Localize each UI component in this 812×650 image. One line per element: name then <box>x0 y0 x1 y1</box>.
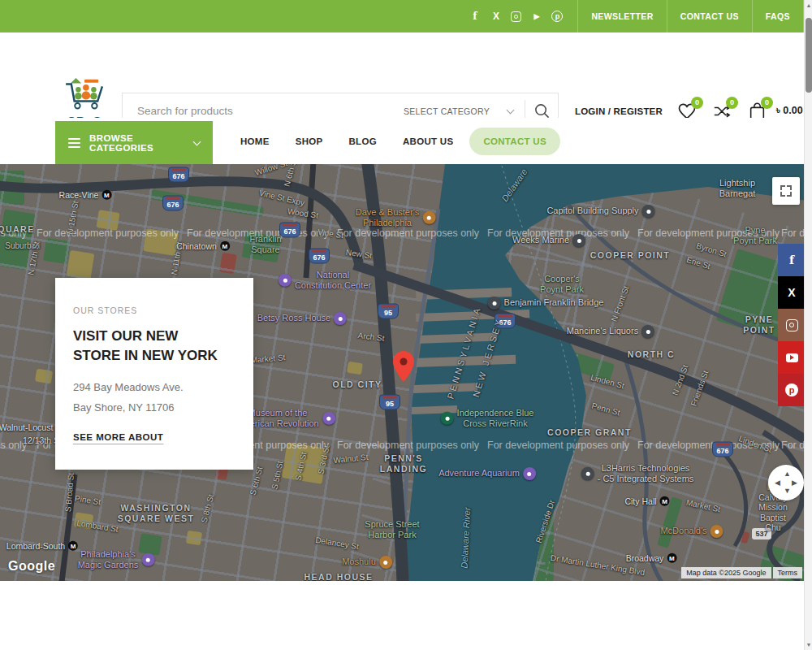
poi-icon[interactable] <box>422 211 435 224</box>
page: NEWSLETTERCONTACT USFAQS CBeC Community … <box>0 0 812 650</box>
menu-item-about-us[interactable]: ABOUT US <box>393 128 463 154</box>
poi-icon[interactable] <box>710 525 723 538</box>
topbar-links: NEWSLETTERCONTACT USFAQS <box>577 0 804 32</box>
poi-icon[interactable] <box>523 467 536 480</box>
poi-icon[interactable] <box>141 553 154 566</box>
chevron-down-icon <box>193 137 201 145</box>
browse-categories-button[interactable]: BROWSE CATEGORIES <box>55 121 213 164</box>
logo-cart-icon <box>63 77 106 110</box>
map-data-text: Map data ©2025 Google <box>681 567 771 578</box>
facebook-sidebar-button[interactable] <box>778 244 804 276</box>
scroll-up-arrow[interactable]: ▲ <box>805 2 812 8</box>
scrollbar-thumb[interactable] <box>806 18 812 93</box>
chevron-down-icon <box>507 106 515 114</box>
youtube-icon[interactable] <box>530 11 542 23</box>
scroll-down-arrow[interactable]: ▼ <box>805 642 812 648</box>
terms-link[interactable]: Terms <box>773 567 803 578</box>
page-scrollbar[interactable]: ▲ ▼ <box>804 0 812 650</box>
poi-icon[interactable] <box>379 556 392 569</box>
category-select[interactable]: SELECT CATEGORY <box>392 106 525 116</box>
instagram-sidebar-button[interactable] <box>778 309 804 341</box>
topbar-social <box>469 11 563 23</box>
cart-count-badge: 0 <box>761 97 773 109</box>
instagram-icon <box>786 319 798 332</box>
youtube-icon <box>785 351 798 364</box>
store-card-address: 294 Bay Meadows Ave. Bay Shore, NY 11706 <box>73 377 235 418</box>
poi-icon[interactable] <box>322 412 335 425</box>
cart-total[interactable]: ৳ 0.00 <box>776 105 803 117</box>
topbar-link[interactable]: NEWSLETTER <box>577 0 666 32</box>
pan-up-icon: ▲ <box>784 470 791 478</box>
menu-item-shop[interactable]: SHOP <box>286 128 333 154</box>
map-pan-control[interactable]: ▲ ▼ ◀ ▶ <box>768 465 804 500</box>
topbar-link[interactable]: FAQS <box>752 0 804 32</box>
menu-item-home[interactable]: HOME <box>231 128 279 154</box>
store-info-card: OUR STORES VISIT OUR NEW STORE IN NEW YO… <box>55 278 253 470</box>
category-select-label: SELECT CATEGORY <box>404 106 490 116</box>
google-map[interactable]: For development purposes onlyFor develop… <box>0 164 804 581</box>
poi-icon[interactable] <box>488 297 501 310</box>
x-sidebar-button[interactable] <box>778 276 804 309</box>
search-input[interactable] <box>123 105 392 117</box>
main-menu: HOMESHOPBLOGABOUT USCONTACT US <box>231 118 560 164</box>
menu-item-blog[interactable]: BLOG <box>339 128 387 154</box>
store-location-marker[interactable] <box>393 351 414 385</box>
pan-right-icon: ▶ <box>792 479 797 487</box>
topbar: NEWSLETTERCONTACT USFAQS <box>0 0 804 32</box>
menu-item-contact-us[interactable]: CONTACT US <box>469 128 560 155</box>
store-card-title: VISIT OUR NEW STORE IN NEW YORK <box>73 327 235 366</box>
topbar-link[interactable]: CONTACT US <box>667 0 752 32</box>
map-pin-icon <box>393 351 414 382</box>
main-navigation: BROWSE CATEGORIES HOMESHOPBLOGABOUT USCO… <box>0 118 804 164</box>
browse-categories-label: BROWSE CATEGORIES <box>89 133 194 153</box>
facebook-icon[interactable] <box>469 11 481 23</box>
youtube-sidebar-button[interactable] <box>778 341 804 374</box>
hamburger-icon <box>68 138 80 148</box>
map-attribution: Map data ©2025 Google Terms <box>681 567 802 578</box>
pan-down-icon: ▼ <box>784 488 791 495</box>
store-card-eyebrow: OUR STORES <box>73 306 235 315</box>
pinterest-icon[interactable] <box>551 11 563 22</box>
compare-count-badge: 0 <box>726 97 738 109</box>
see-more-link[interactable]: SEE MORE ABOUT <box>73 432 163 442</box>
poi-icon[interactable] <box>572 234 585 247</box>
pinterest-sidebar-button[interactable] <box>778 374 804 406</box>
floating-social-sidebar <box>778 244 804 406</box>
google-logo[interactable]: Google <box>8 559 55 574</box>
x-icon <box>785 286 798 299</box>
x-icon[interactable] <box>490 11 502 23</box>
wishlist-count-badge: 0 <box>691 97 703 109</box>
facebook-icon <box>785 254 798 266</box>
poi-icon[interactable] <box>642 205 655 218</box>
pan-left-icon: ◀ <box>775 479 780 487</box>
header: CBeC Community Basede-Commerce SELECT CA… <box>0 32 804 118</box>
map-fullscreen-button[interactable] <box>772 177 800 205</box>
fullscreen-icon <box>780 185 792 197</box>
instagram-icon[interactable] <box>511 11 521 22</box>
pinterest-icon <box>785 384 798 396</box>
login-register-link[interactable]: LOGIN / REGISTER <box>575 106 663 116</box>
search-icon <box>533 102 551 119</box>
